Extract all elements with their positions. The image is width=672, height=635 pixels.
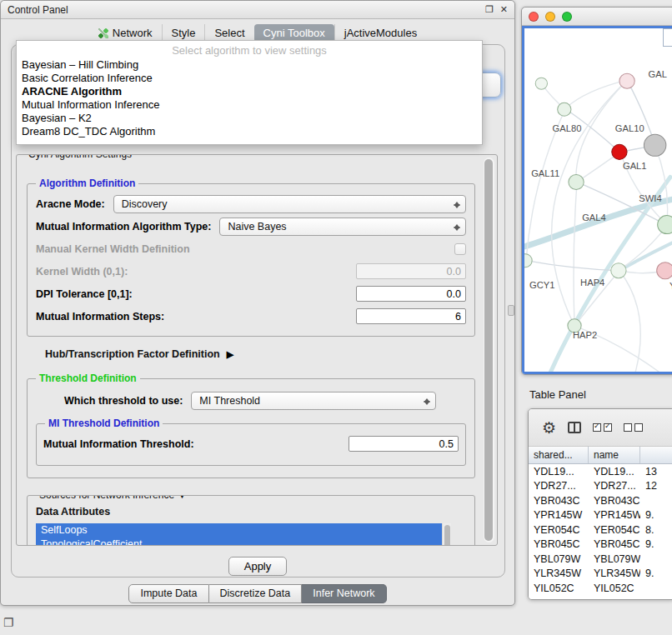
table-row[interactable]: YER054CYER054C8. xyxy=(529,522,672,538)
threshold-definition-title: Threshold Definition xyxy=(36,372,140,384)
network-node[interactable] xyxy=(611,263,626,278)
hub-definition-toggle[interactable]: Hub/Transcription Factor Definition ▶ xyxy=(45,348,475,360)
table-row[interactable]: YBR045CYBR045C9. xyxy=(529,538,672,552)
aracne-mode-select[interactable]: Discovery xyxy=(113,195,466,213)
bottom-tab-infer-network[interactable]: Infer Network xyxy=(302,584,386,603)
column-header[interactable]: name xyxy=(589,447,640,463)
deselect-all-checkboxes-icon[interactable] xyxy=(624,423,643,432)
mi-threshold-definition-group: MI Threshold Definition Mutual Informati… xyxy=(36,423,466,466)
cyni-algorithm-settings-group: Cyni Algorithm Settings Algorithm Defini… xyxy=(16,154,498,546)
expand-right-icon: ▶ xyxy=(227,349,233,360)
network-node[interactable] xyxy=(619,73,634,88)
network-node[interactable] xyxy=(535,78,547,89)
settings-scrollbar[interactable] xyxy=(484,158,494,542)
network-node[interactable] xyxy=(612,144,627,159)
network-node[interactable] xyxy=(569,174,584,189)
column-header[interactable]: shared... xyxy=(529,447,589,463)
table-cell: YLR345W xyxy=(529,568,589,579)
table-row[interactable]: YBL079WYBL079W xyxy=(529,552,672,567)
minimize-traffic-light[interactable] xyxy=(545,12,555,22)
zoom-traffic-light[interactable] xyxy=(562,12,572,22)
bottom-tab-discretize-data[interactable]: Discretize Data xyxy=(209,584,303,603)
float-window-icon[interactable]: ❐ xyxy=(485,4,494,15)
network-node-label: GAL1 xyxy=(623,161,647,171)
control-panel-titlebar[interactable]: Control Panel ❐ ✕ xyxy=(1,1,514,19)
network-graph[interactable]: GALGAL80GAL10GAL11GAL1SWI4GAL4GCY1HAP4YH… xyxy=(524,28,672,372)
table-row[interactable]: YLR345WYLR345W9. xyxy=(529,567,672,582)
network-node[interactable] xyxy=(658,216,672,234)
table-cell: YBR043C xyxy=(529,495,589,507)
select-all-checkboxes-icon[interactable] xyxy=(593,423,612,432)
algorithm-option[interactable]: Basic Correlation Inference xyxy=(17,72,482,85)
close-window-icon[interactable]: ✕ xyxy=(500,4,508,15)
mi-steps-label: Mutual Information Steps: xyxy=(36,311,164,322)
algorithm-option[interactable]: Mutual Information Inference xyxy=(17,98,482,112)
attribute-item[interactable]: SelfLoops xyxy=(36,523,451,538)
combo-arrows-icon xyxy=(454,198,461,212)
network-view-window: GALGAL80GAL10GAL11GAL1SWI4GAL4GCY1HAP4YH… xyxy=(521,7,672,375)
algorithm-dropdown-popup: Select algorithm to view settings Bayesi… xyxy=(16,40,483,145)
manual-kernel-width-checkbox[interactable] xyxy=(454,243,466,255)
table-row[interactable]: YDL19...YDL19...13 xyxy=(529,464,672,479)
dpi-tolerance-input[interactable] xyxy=(356,286,466,302)
mi-steps-input[interactable] xyxy=(356,308,466,324)
manual-kernel-width-label: Manual Kernel Width Definition xyxy=(36,243,190,255)
network-node-label: HAP4 xyxy=(580,278,604,288)
algorithm-option[interactable]: Dream8 DC_TDC Algorithm xyxy=(17,125,482,138)
network-node[interactable] xyxy=(524,254,532,268)
settings-group-title: Cyni Algorithm Settings xyxy=(25,154,135,160)
cyni-bottom-tabs: Impute DataDiscretize DataInfer Network xyxy=(1,584,514,603)
combo-arrows-icon xyxy=(454,221,461,234)
table-cell: 9. xyxy=(640,509,672,521)
table-row[interactable]: YBR043CYBR043C xyxy=(529,493,672,508)
mi-threshold-label: Mutual Information Threshold: xyxy=(43,438,194,450)
network-node[interactable] xyxy=(657,262,672,279)
network-node-label: GCY1 xyxy=(529,280,554,290)
table-row[interactable]: YPR145WYPR145W9. xyxy=(529,508,672,523)
network-overview-widget[interactable] xyxy=(663,28,672,47)
network-node-label: GAL xyxy=(649,69,667,79)
splitter-grip[interactable] xyxy=(508,305,514,316)
network-node[interactable] xyxy=(644,134,665,156)
data-attributes-list[interactable]: SelfLoopsTopologicalCoefficientBetweenne… xyxy=(36,523,451,546)
table-cell: YBL079W xyxy=(589,553,640,565)
network-window-titlebar[interactable] xyxy=(522,8,672,26)
algorithm-option[interactable]: ARACNE Algorithm xyxy=(17,85,482,98)
bottom-tab-impute-data[interactable]: Impute Data xyxy=(128,584,208,603)
network-canvas[interactable]: GALGAL80GAL10GAL11GAL1SWI4GAL4GCY1HAP4YH… xyxy=(522,26,672,374)
which-threshold-label: Which threshold to use: xyxy=(64,395,183,407)
sources-group-title[interactable]: Sources for Network Inference ▼ xyxy=(36,495,190,501)
gear-icon[interactable]: ⚙ xyxy=(542,420,556,436)
table-row[interactable]: YIL052CYIL052C xyxy=(529,581,672,596)
attributes-scrollbar[interactable] xyxy=(442,523,451,546)
network-node[interactable] xyxy=(558,102,571,116)
kernel-width-input[interactable] xyxy=(356,263,466,279)
table-cell: YDL19... xyxy=(589,466,640,478)
aracne-mode-value: Discovery xyxy=(122,198,168,210)
close-traffic-light[interactable] xyxy=(529,12,539,22)
columns-icon[interactable] xyxy=(568,422,581,433)
column-header[interactable] xyxy=(640,447,672,463)
table-cell: 13 xyxy=(640,466,672,478)
mi-threshold-input[interactable] xyxy=(349,436,459,452)
mi-algorithm-type-select[interactable]: Naive Bayes xyxy=(219,218,466,236)
table-cell: YBR045C xyxy=(529,538,589,550)
restore-panel-icon[interactable]: ❐ xyxy=(3,616,14,629)
table-panel-title: Table Panel xyxy=(529,388,586,401)
sources-group: Sources for Network Inference ▼ Data Att… xyxy=(27,495,475,546)
table-cell: 9. xyxy=(640,538,672,550)
table-row[interactable]: YDR27...YDR27...12 xyxy=(529,479,672,494)
network-tab-icon xyxy=(98,28,108,38)
which-threshold-select[interactable]: MI Threshold xyxy=(191,392,436,410)
table-body: YDL19...YDL19...13YDR27...YDR27...12YBR0… xyxy=(529,464,672,599)
dpi-tolerance-label: DPI Tolerance [0,1]: xyxy=(36,288,133,300)
network-node-label: SWI4 xyxy=(639,193,661,203)
network-node-label: GAL80 xyxy=(553,123,582,133)
algorithm-option[interactable]: Bayesian – Hill Climbing xyxy=(17,58,482,72)
algorithm-option[interactable]: Bayesian – K2 xyxy=(17,112,482,125)
attribute-item[interactable]: TopologicalCoefficient xyxy=(36,538,451,546)
table-cell: YER054C xyxy=(529,524,589,536)
apply-button[interactable]: Apply xyxy=(228,557,288,576)
network-node-label: HAP2 xyxy=(573,330,597,340)
table-cell: 8. xyxy=(640,524,672,536)
